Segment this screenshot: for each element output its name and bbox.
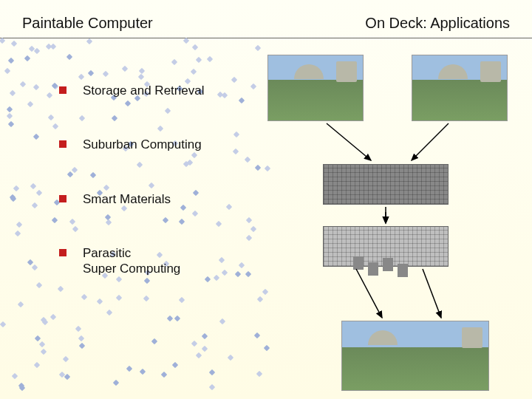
bullet-label: Suburban Computing <box>83 137 202 152</box>
bullet-item: Parasitic Super Computing <box>59 245 204 277</box>
svg-line-4 <box>356 269 382 318</box>
bullet-item: Suburban Computing <box>59 137 204 152</box>
building-photo-bottom <box>341 321 489 391</box>
bullet-label: Parasitic Super Computing <box>83 245 180 277</box>
slide-content: Storage and Retrieval Suburban Computing… <box>0 38 532 396</box>
bullet-marker-icon <box>59 249 66 256</box>
bullet-marker-icon <box>59 140 66 148</box>
bullet-label: Smart Materials <box>83 191 171 207</box>
building-photo-top-right <box>412 55 508 121</box>
slide-header: Paintable Computer On Deck: Applications <box>0 0 532 38</box>
title-left: Paintable Computer <box>22 15 153 32</box>
bullet-list: Storage and Retrieval Suburban Computing… <box>59 83 204 315</box>
building-photo-top-left <box>267 55 364 121</box>
svg-line-0 <box>327 123 371 160</box>
gray-chip-1 <box>323 164 449 205</box>
bullet-label: Storage and Retrieval <box>83 83 204 98</box>
svg-line-5 <box>423 269 441 318</box>
title-right: On Deck: Applications <box>365 15 510 32</box>
bullet-marker-icon <box>59 86 66 94</box>
svg-line-1 <box>412 123 449 160</box>
process-diagram <box>267 46 519 393</box>
bullet-marker-icon <box>59 195 66 202</box>
gray-chip-2 <box>323 226 449 267</box>
bullet-item: Smart Materials <box>59 191 204 207</box>
bullet-item: Storage and Retrieval <box>59 83 204 98</box>
